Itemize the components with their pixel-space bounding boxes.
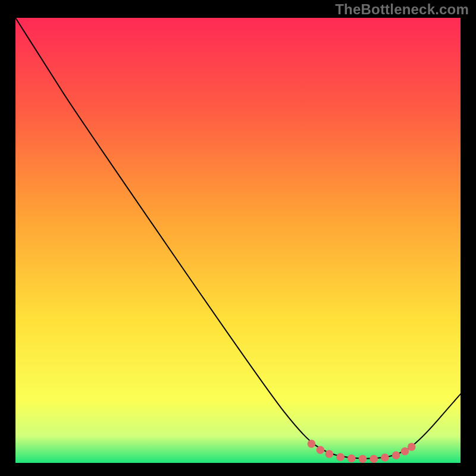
highlight-dot xyxy=(317,446,325,455)
gradient-background xyxy=(15,18,461,463)
highlight-dot xyxy=(408,443,416,451)
highlight-dot xyxy=(325,450,334,458)
attribution-text: TheBottleneck.com xyxy=(335,1,469,18)
highlight-dot xyxy=(381,453,389,462)
highlight-dot xyxy=(336,453,345,461)
highlight-dot xyxy=(347,455,356,463)
chart-frame xyxy=(15,18,461,463)
highlight-dot xyxy=(359,455,367,463)
highlight-dot xyxy=(308,440,316,448)
highlight-dot xyxy=(369,455,378,463)
highlight-dot xyxy=(401,447,409,456)
highlight-dot xyxy=(392,451,400,459)
bottleneck-chart xyxy=(15,18,461,463)
